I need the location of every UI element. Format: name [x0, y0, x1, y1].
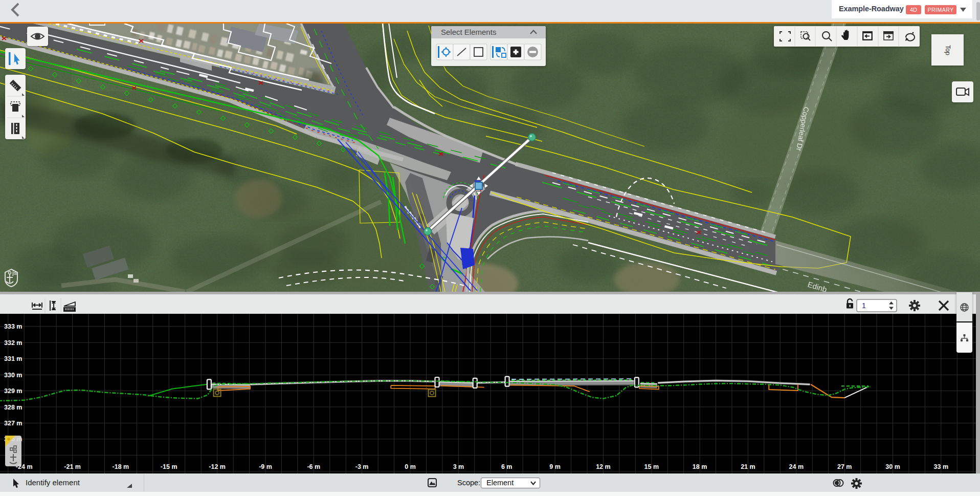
svg-text:-12 m: -12 m — [209, 463, 226, 470]
svg-text:328 m: 328 m — [4, 404, 22, 411]
svg-text:js: js — [12, 270, 17, 276]
svg-text:329 m: 329 m — [4, 387, 22, 395]
svg-text:24 m: 24 m — [789, 463, 804, 470]
svg-text:33 m: 33 m — [934, 463, 949, 470]
svg-text:327 m: 327 m — [4, 420, 22, 427]
svg-text:18 m: 18 m — [693, 463, 707, 470]
svg-text:30 m: 30 m — [885, 463, 900, 470]
svg-text:-15 m: -15 m — [161, 463, 177, 470]
svg-text:-3 m: -3 m — [355, 463, 369, 470]
svg-text:3 m: 3 m — [453, 463, 464, 470]
svg-text:27 m: 27 m — [837, 463, 852, 470]
svg-text:332 m: 332 m — [4, 339, 22, 347]
svg-text:-6 m: -6 m — [307, 463, 320, 470]
svg-text:0 m: 0 m — [405, 463, 416, 470]
svg-text:15 m: 15 m — [644, 463, 659, 470]
svg-text:12 m: 12 m — [596, 463, 611, 470]
svg-text:9 m: 9 m — [549, 463, 561, 470]
svg-text:333 m: 333 m — [4, 323, 22, 330]
svg-text:6 m: 6 m — [501, 463, 513, 470]
svg-text:-18 m: -18 m — [113, 463, 129, 470]
svg-text:331 m: 331 m — [4, 355, 22, 362]
svg-text:330 m: 330 m — [4, 372, 22, 379]
svg-text:-21 m: -21 m — [64, 463, 81, 470]
svg-text:1: 1 — [862, 301, 866, 310]
svg-text:21 m: 21 m — [741, 463, 755, 470]
svg-text:-9 m: -9 m — [259, 463, 272, 470]
